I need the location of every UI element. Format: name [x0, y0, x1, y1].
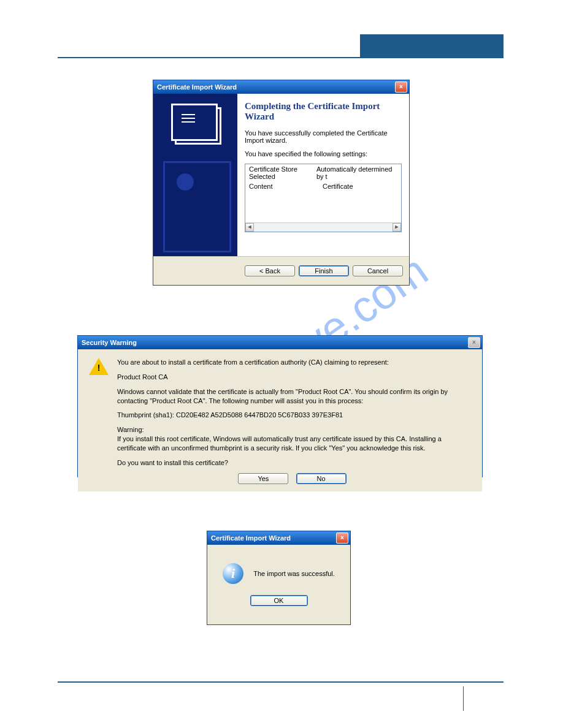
security-titlebar[interactable]: Security Warning × [78, 336, 482, 349]
finish-button[interactable]: Finish [299, 265, 349, 276]
yes-button[interactable]: Yes [238, 473, 288, 484]
footer-rule [58, 681, 504, 683]
warning-label: Warning: [117, 426, 144, 433]
no-button[interactable]: No [296, 473, 347, 484]
security-thumbprint: Thumbprint (sha1): CD20E482 A52D5088 644… [117, 411, 467, 420]
header-rule [58, 57, 504, 58]
warning-icon [89, 358, 109, 375]
cell-val: Automatically determined by t [316, 165, 397, 180]
cell-val: Certificate [323, 183, 353, 190]
wizard-heading: Completing the Certificate Import Wizard [245, 101, 402, 122]
wizard-side-graphic [153, 94, 237, 260]
cancel-button[interactable]: Cancel [353, 265, 403, 276]
close-icon[interactable]: × [395, 82, 407, 93]
security-warning-line: Warning: If you install this root certif… [117, 425, 467, 453]
security-title: Security Warning [82, 339, 137, 346]
security-text: You are about to install a certificate f… [117, 358, 467, 367]
scroll-right-icon[interactable]: ► [393, 223, 401, 232]
import-success-dialog: Certificate Import Wizard × i The import… [207, 531, 351, 625]
security-ca-name: Product Root CA [117, 373, 467, 382]
settings-list: Certificate Store Selected Automatically… [245, 164, 402, 232]
info-title: Certificate Import Wizard [211, 534, 291, 542]
back-button[interactable]: < Back [245, 265, 295, 276]
table-row: Content Certificate [245, 181, 401, 191]
header-accent [360, 34, 504, 57]
cell-key: Content [249, 183, 323, 190]
wizard-title: Certificate Import Wizard [157, 83, 237, 91]
wizard-titlebar[interactable]: Certificate Import Wizard × [153, 80, 409, 94]
wizard-line2: You have specified the following setting… [245, 150, 402, 157]
info-titlebar[interactable]: Certificate Import Wizard × [207, 531, 350, 545]
security-warning-dialog: Security Warning × You are about to inst… [77, 335, 483, 477]
info-message: The import was successful. [253, 570, 335, 577]
close-icon[interactable]: × [336, 533, 348, 544]
warning-body: If you install this root certificate, Wi… [117, 435, 442, 452]
info-icon: i [223, 563, 243, 584]
scroll-left-icon[interactable]: ◄ [245, 223, 254, 232]
cert-import-wizard-dialog: Certificate Import Wizard × Completing t… [153, 80, 410, 286]
footer-divider [463, 686, 464, 711]
security-text: Windows cannot validate that the certifi… [117, 387, 467, 406]
horizontal-scrollbar[interactable]: ◄ ► [245, 222, 401, 232]
security-question: Do you want to install this certificate? [117, 458, 467, 468]
table-row: Certificate Store Selected Automatically… [245, 164, 401, 181]
close-icon[interactable]: × [468, 337, 480, 348]
cell-key: Certificate Store Selected [249, 165, 316, 180]
ok-button[interactable]: OK [250, 595, 308, 606]
wizard-line1: You have successfully completed the Cert… [245, 129, 402, 144]
